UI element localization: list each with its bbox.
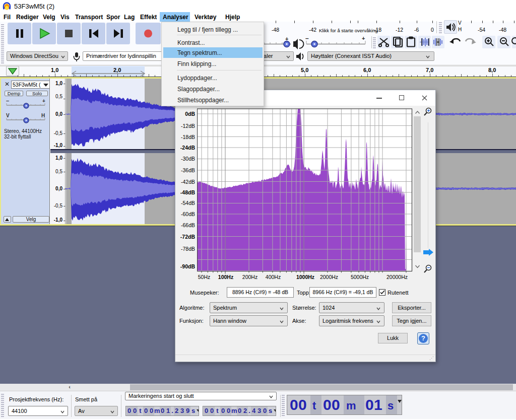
svg-text:V: V [6,113,10,118]
svg-text:+: + [362,35,365,41]
svg-text:+: + [42,98,45,104]
svg-text:H: H [41,113,45,118]
svg-text:–: – [305,35,309,42]
svg-text:–: – [6,98,9,104]
